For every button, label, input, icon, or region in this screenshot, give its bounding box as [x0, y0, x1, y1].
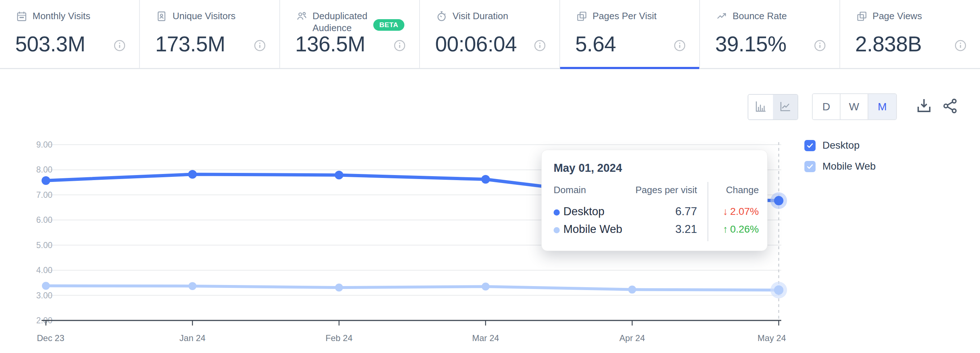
- analytics-dashboard: Monthly Visits503.3MUnique Visitors173.5…: [0, 0, 980, 353]
- tooltip-divider: [708, 182, 708, 241]
- svg-text:Apr 24: Apr 24: [619, 333, 645, 343]
- tooltip-series-change: ↑0.26%: [723, 224, 759, 235]
- data-point-desktop-2[interactable]: [335, 171, 343, 179]
- tooltip-col-change: Change: [726, 184, 759, 196]
- data-point-desktop-0[interactable]: [41, 176, 50, 185]
- chart-legend: DesktopMobile Web: [804, 140, 875, 182]
- legend-item-desktop[interactable]: Desktop: [804, 140, 875, 151]
- svg-text:6.00: 6.00: [36, 215, 52, 225]
- legend-item-mobile-web[interactable]: Mobile Web: [804, 161, 875, 172]
- svg-text:May 24: May 24: [757, 333, 786, 343]
- svg-text:Mar 24: Mar 24: [472, 333, 499, 343]
- svg-text:8.00: 8.00: [36, 165, 52, 174]
- data-point-mobile-web-3[interactable]: [482, 283, 490, 291]
- data-point-mobile-web-5[interactable]: [774, 285, 783, 295]
- data-point-mobile-web-4[interactable]: [628, 286, 636, 294]
- chart-tooltip: May 01, 2024 Domain Pages per visit Chan…: [541, 150, 767, 251]
- checkbox-checked[interactable]: [804, 161, 816, 172]
- y-axis-labels: 9.008.007.006.005.004.003.002.00: [36, 140, 52, 325]
- arrow-up-icon: ↑: [723, 224, 728, 235]
- svg-text:4.00: 4.00: [36, 265, 52, 275]
- data-point-desktop-1[interactable]: [188, 170, 197, 179]
- checkbox-checked[interactable]: [804, 140, 816, 151]
- tooltip-series-change: ↓2.07%: [723, 206, 759, 217]
- arrow-down-icon: ↓: [723, 206, 728, 217]
- tooltip-col-domain: Domain: [554, 184, 586, 196]
- tooltip-col-metric: Pages per visit: [635, 184, 697, 196]
- tooltip-series-value: 6.77: [675, 205, 697, 218]
- series-dot: [554, 209, 560, 216]
- tooltip-date: May 01, 2024: [554, 162, 622, 175]
- data-point-mobile-web-0[interactable]: [42, 282, 50, 290]
- series-dot: [554, 227, 560, 233]
- svg-text:9.00: 9.00: [36, 140, 52, 149]
- data-point-desktop-5[interactable]: [774, 196, 783, 205]
- svg-text:Feb 24: Feb 24: [326, 333, 353, 343]
- legend-label: Mobile Web: [822, 161, 875, 172]
- svg-text:7.00: 7.00: [36, 190, 52, 200]
- x-axis: [41, 321, 781, 326]
- svg-text:3.00: 3.00: [36, 291, 52, 300]
- data-point-desktop-3[interactable]: [481, 175, 490, 184]
- tooltip-series-value: 3.21: [675, 223, 697, 236]
- tooltip-series-name: Mobile Web: [563, 223, 622, 236]
- data-point-mobile-web-1[interactable]: [189, 282, 197, 290]
- data-point-mobile-web-2[interactable]: [335, 284, 343, 292]
- tooltip-series-name: Desktop: [563, 205, 605, 218]
- x-axis-labels: Dec 23Jan 24Feb 24Mar 24Apr 24May 24: [37, 333, 786, 343]
- legend-label: Desktop: [822, 140, 860, 151]
- svg-text:5.00: 5.00: [36, 241, 52, 250]
- series-mobile-web[interactable]: [42, 282, 787, 299]
- svg-text:Jan 24: Jan 24: [180, 333, 205, 343]
- svg-text:Dec 23: Dec 23: [37, 333, 64, 343]
